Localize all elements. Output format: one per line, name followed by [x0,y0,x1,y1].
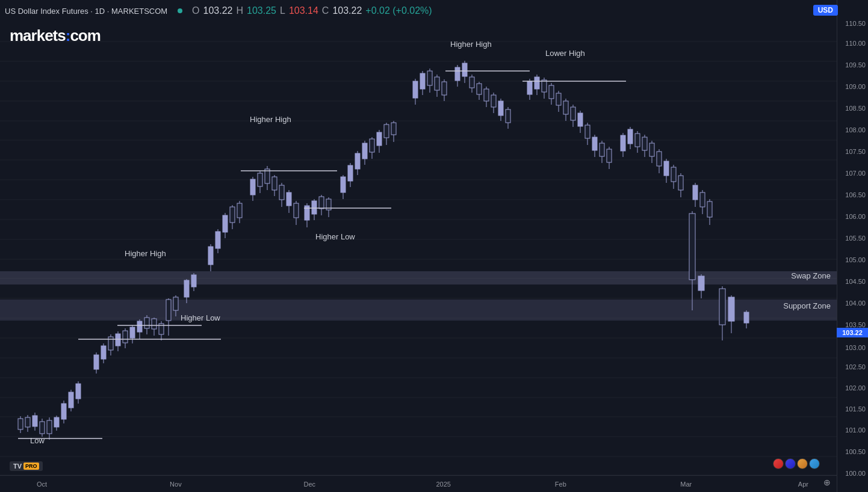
ohlc-close-value: 103.22 [332,5,362,16]
svg-rect-152 [549,85,554,99]
header: US Dollar Index Futures · 1D · MARKETSCO… [0,0,868,22]
price-110: 110.00 [845,40,866,47]
svg-rect-64 [166,300,171,321]
svg-rect-192 [707,201,712,217]
svg-rect-180 [657,152,662,166]
price-103: 103.00 [845,344,866,351]
svg-rect-110 [362,143,367,159]
price-105-50: 105.50 [845,235,866,242]
annotation-higher-low-2: Higher Low [315,232,355,241]
svg-rect-54 [130,327,135,338]
tradingview-watermark: TV PRO [10,461,43,471]
annotation-lower-high: Lower High [545,49,585,58]
svg-rect-138 [484,89,489,101]
zoom-icon[interactable]: ⊕ [823,478,834,488]
svg-rect-124 [427,71,432,85]
svg-rect-76 [223,215,228,232]
svg-rect-194 [689,214,695,280]
svg-rect-134 [470,77,474,88]
svg-rect-36 [54,417,59,427]
svg-rect-90 [279,185,284,200]
svg-rect-72 [208,247,213,265]
svg-rect-46 [101,346,106,359]
svg-rect-56 [137,321,142,332]
svg-rect-42 [76,384,81,399]
time-2025: 2025 [436,481,450,488]
svg-rect-30 [33,416,37,426]
svg-rect-168 [607,149,612,162]
svg-rect-202 [744,312,749,323]
svg-rect-50 [116,334,120,346]
svg-rect-158 [571,107,575,120]
chart-area[interactable]: .candle-bull { fill: #9b9fd4; stroke: #9… [0,22,837,475]
tv-logo-text: TV [13,463,22,470]
svg-rect-136 [477,84,482,94]
price-105: 105.00 [845,256,866,263]
svg-rect-70 [191,275,196,287]
svg-rect-150 [542,80,547,92]
svg-rect-52 [123,331,128,343]
time-scale: Oct Nov Dec 2025 Feb Mar Apr [0,475,837,492]
annotation-swap-zone: Swap Zone [791,271,831,280]
svg-rect-74 [215,232,220,248]
ohlc-low-value: 103.14 [289,5,318,16]
price-102: 102.00 [845,384,866,392]
time-mar: Mar [680,481,692,488]
price-100: 100.00 [845,470,866,477]
price-101-50: 101.50 [845,405,866,413]
svg-rect-28 [25,417,30,427]
svg-rect-82 [250,179,255,195]
annotation-higher-high-1: Higher High [125,249,166,258]
svg-rect-106 [348,165,353,181]
price-106-50: 106.50 [845,191,866,198]
price-101: 101.00 [845,426,866,434]
price-107-50: 107.50 [845,148,866,155]
price-108: 108.00 [845,126,866,134]
svg-rect-112 [370,139,374,152]
svg-rect-108 [355,153,360,169]
time-nov: Nov [170,481,182,488]
price-108-50: 108.50 [845,105,866,112]
live-indicator [178,8,182,13]
svg-rect-98 [312,201,317,214]
svg-rect-80 [237,203,242,218]
svg-rect-196 [698,276,704,291]
svg-rect-78 [230,207,235,223]
svg-rect-144 [506,109,510,123]
svg-rect-88 [272,177,277,190]
annotation-higher-high-3: Higher High [450,40,492,49]
ohlc-high-value: 103.25 [247,5,276,16]
annotation-support-zone: Support Zone [783,301,831,310]
svg-rect-116 [384,125,389,138]
svg-rect-182 [664,161,669,176]
ohlc-high-label: H [236,5,243,16]
svg-rect-26 [18,419,23,429]
svg-rect-23 [0,271,837,284]
price-109: 109.00 [845,83,866,90]
svg-rect-200 [728,297,734,321]
svg-rect-154 [556,93,561,105]
time-feb: Feb [555,481,566,488]
ohlc-open-label: O [192,5,199,16]
price-106: 106.00 [845,213,866,220]
svg-rect-170 [621,135,625,151]
svg-rect-160 [578,113,583,126]
chart-container: US Dollar Index Futures · 1D · MARKETSCO… [0,0,868,492]
annotation-higher-low-1: Higher Low [181,313,220,322]
svg-rect-188 [693,185,698,200]
svg-rect-92 [287,192,291,206]
ohlc-low-label: L [280,5,285,16]
svg-rect-100 [319,197,324,209]
tv-pro-badge: PRO [23,463,39,470]
current-price-badge: 103.22 [837,328,868,337]
price-104-50: 104.50 [845,278,866,285]
svg-rect-104 [341,177,346,192]
price-102-50: 102.50 [845,363,866,371]
price-scale: 110.50 110.00 109.50 109.00 108.50 108.0… [837,0,868,492]
svg-rect-186 [678,176,683,190]
svg-rect-60 [152,319,157,329]
markets-com-logo: markets:com [10,26,101,45]
svg-rect-164 [592,137,597,150]
svg-rect-68 [184,280,189,297]
time-apr: Apr [798,481,808,488]
